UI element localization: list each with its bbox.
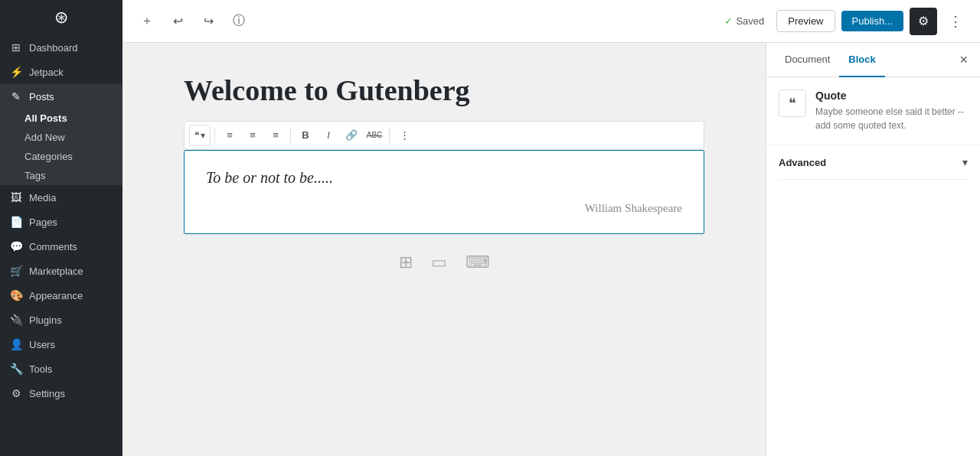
sidebar-item-comments[interactable]: 💬 Comments (0, 234, 122, 259)
block-type-button[interactable]: ❝ ▾ (189, 125, 211, 146)
more-options-button[interactable]: ⋮ (943, 9, 968, 34)
advanced-label: Advanced (779, 157, 826, 168)
sidebar-item-dashboard-label: Dashboard (29, 42, 78, 54)
sidebar-item-settings[interactable]: ⚙ Settings (0, 381, 122, 406)
editor-area: Welcome to Gutenberg ❝ ▾ ≡ ≡ ≡ B I 🔗 ABC… (122, 43, 980, 456)
sidebar-item-media[interactable]: 🖼 Media (0, 185, 122, 210)
info-button[interactable]: ⓘ (227, 9, 251, 34)
saved-checkmark: ✓ (724, 15, 733, 27)
users-icon: 👤 (9, 338, 23, 350)
sidebar-item-media-label: Media (29, 192, 56, 204)
sidebar-item-posts[interactable]: ✎ Posts (0, 84, 122, 109)
right-panel: Document Block × ❝ Quote Maybe someone e… (766, 43, 980, 456)
publish-button[interactable]: Publish... (841, 11, 903, 31)
marketplace-icon: 🛒 (9, 265, 23, 277)
sidebar-item-tools[interactable]: 🔧 Tools (0, 357, 122, 381)
settings-icon: ⚙ (9, 387, 23, 399)
single-layout-icon[interactable]: ▭ (431, 252, 447, 272)
sidebar-item-plugins[interactable]: 🔌 Plugins (0, 308, 122, 332)
toolbar-separator-1 (214, 128, 215, 143)
pages-icon: 📄 (9, 216, 23, 228)
preview-button[interactable]: Preview (776, 10, 835, 32)
advanced-section: Advanced ▾ (766, 145, 980, 180)
redo-button[interactable]: ↪ (196, 9, 220, 34)
sidebar-item-posts-label: Posts (29, 91, 54, 103)
sidebar-item-tools-label: Tools (29, 363, 52, 375)
advanced-header[interactable]: Advanced ▾ (779, 145, 968, 180)
more-block-options-button[interactable]: ⋮ (394, 125, 415, 146)
posts-icon: ✎ (9, 90, 23, 103)
block-type-icon: ❝ (194, 130, 199, 141)
block-type-dropdown-arrow: ▾ (201, 130, 205, 141)
undo-button[interactable]: ↩ (165, 9, 190, 34)
sidebar-item-marketplace[interactable]: 🛒 Marketplace (0, 259, 122, 283)
keyboard-layout-icon[interactable]: ⌨ (466, 252, 490, 272)
comments-icon: 💬 (9, 240, 23, 252)
block-formatting-toolbar: ❝ ▾ ≡ ≡ ≡ B I 🔗 ABC ⋮ (184, 121, 704, 150)
grid-layout-icon[interactable]: ⊞ (399, 252, 413, 272)
sidebar-item-settings-label: Settings (29, 388, 65, 399)
sidebar-item-appearance[interactable]: 🎨 Appearance (0, 283, 122, 308)
quote-block[interactable]: To be or not to be..... William Shakespe… (184, 150, 704, 234)
sidebar-item-users-label: Users (29, 339, 55, 350)
sidebar-item-marketplace-label: Marketplace (29, 265, 83, 277)
sidebar-sub-add-new[interactable]: Add New (0, 128, 122, 147)
editor-toolbar: ＋ ↩ ↪ ⓘ ✓ Saved Preview Publish... ⚙ ⋮ (122, 0, 980, 43)
editor-content: Welcome to Gutenberg ❝ ▾ ≡ ≡ ≡ B I 🔗 ABC… (122, 43, 766, 456)
plugins-icon: 🔌 (9, 314, 23, 326)
sidebar-sub-categories[interactable]: Categories (0, 147, 122, 166)
sidebar-item-jetpack-label: Jetpack (29, 67, 64, 78)
wordpress-logo: ⊛ (0, 0, 122, 35)
layout-view-icons: ⊞ ▭ ⌨ (399, 252, 490, 272)
quote-text[interactable]: To be or not to be..... (206, 169, 682, 187)
appearance-icon: 🎨 (9, 289, 23, 301)
align-left-button[interactable]: ≡ (219, 125, 240, 146)
toolbar-separator-3 (389, 128, 390, 143)
saved-status: ✓ Saved (724, 15, 764, 27)
saved-label: Saved (736, 15, 764, 27)
block-name-label: Quote (815, 90, 968, 102)
jetpack-icon: ⚡ (9, 66, 23, 78)
block-icon: ❝ (779, 90, 806, 117)
media-icon: 🖼 (9, 191, 23, 204)
block-info-section: ❝ Quote Maybe someone else said it bette… (766, 77, 980, 145)
panel-tabs: Document Block × (766, 43, 980, 77)
sidebar-item-comments-label: Comments (29, 241, 77, 252)
link-button[interactable]: 🔗 (341, 125, 362, 146)
tab-document[interactable]: Document (776, 43, 839, 77)
add-block-button[interactable]: ＋ (135, 9, 159, 34)
italic-button[interactable]: I (318, 125, 339, 146)
post-title[interactable]: Welcome to Gutenberg (184, 73, 704, 109)
sidebar-item-plugins-label: Plugins (29, 314, 62, 326)
advanced-chevron-icon: ▾ (962, 156, 968, 168)
sidebar-item-appearance-label: Appearance (29, 290, 83, 301)
block-info-text: Quote Maybe someone else said it better … (815, 90, 968, 132)
main-content: ＋ ↩ ↪ ⓘ ✓ Saved Preview Publish... ⚙ ⋮ W… (122, 0, 980, 456)
toolbar-separator-2 (290, 128, 291, 143)
tools-icon: 🔧 (9, 363, 23, 375)
align-right-button[interactable]: ≡ (265, 125, 286, 146)
sidebar-sub-tags[interactable]: Tags (0, 166, 122, 185)
sidebar-sub-all-posts[interactable]: All Posts (0, 109, 122, 128)
sidebar-item-dashboard[interactable]: ⊞ Dashboard (0, 35, 122, 60)
settings-gear-button[interactable]: ⚙ (910, 8, 937, 35)
sidebar-item-users[interactable]: 👤 Users (0, 332, 122, 357)
strikethrough-button[interactable]: ABC (364, 125, 385, 146)
panel-close-button[interactable]: × (956, 49, 971, 71)
quote-citation[interactable]: William Shakespeare (206, 202, 682, 215)
sidebar-item-pages[interactable]: 📄 Pages (0, 210, 122, 234)
dashboard-icon: ⊞ (9, 41, 23, 54)
tab-block[interactable]: Block (839, 43, 884, 77)
block-description: Maybe someone else said it better -- add… (815, 105, 968, 132)
sidebar: ⊛ ⊞ Dashboard ⚡ Jetpack ✎ Posts All Post… (0, 0, 122, 456)
bold-button[interactable]: B (295, 125, 316, 146)
sidebar-item-pages-label: Pages (29, 217, 57, 228)
sidebar-item-jetpack[interactable]: ⚡ Jetpack (0, 60, 122, 84)
sidebar-posts-submenu: All Posts Add New Categories Tags (0, 109, 122, 185)
align-center-button[interactable]: ≡ (242, 125, 263, 146)
